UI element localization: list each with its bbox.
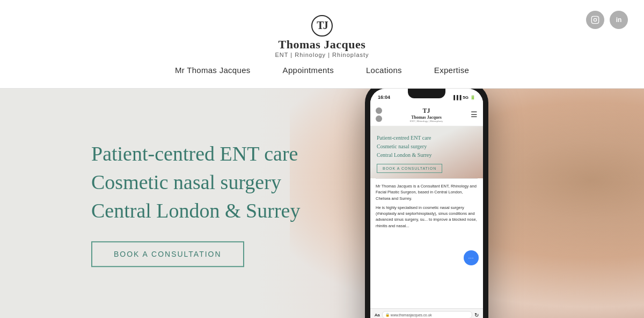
nav-locations[interactable]: Locations xyxy=(366,66,402,75)
hero-line-1: Patient-centred ENT care xyxy=(91,140,300,168)
svg-point-2 xyxy=(597,18,597,18)
site-header: in TJ Thomas Jacques ENT | Rhinology | R… xyxy=(0,0,644,89)
nav-expertise[interactable]: Expertise xyxy=(434,66,469,75)
nav-appointments[interactable]: Appointments xyxy=(283,66,334,75)
hero-line-2: Cosmetic nasal surgery xyxy=(91,168,300,197)
phone-linkedin-icon xyxy=(376,115,382,122)
phone-screen: 16:04 ▐▐▐ 5G 🔋 TJ Thomas Jacques xyxy=(370,89,483,318)
hero-cta-button[interactable]: BOOK A CONSULTATION xyxy=(91,241,244,267)
phone-website-content: TJ Thomas Jacques ENT | Rhinology | Rhin… xyxy=(370,104,483,308)
main-nav: Mr Thomas Jacques Appointments Locations… xyxy=(175,66,469,75)
phone-site-header: TJ Thomas Jacques ENT | Rhinology | Rhin… xyxy=(370,104,483,126)
social-icons: in xyxy=(586,11,628,29)
nav-mr-thomas-jacques[interactable]: Mr Thomas Jacques xyxy=(175,66,251,75)
logo-name: Thomas Jacques xyxy=(279,38,366,52)
instagram-icon[interactable] xyxy=(586,11,604,29)
phone-bio-para1: Mr Thomas Jacques is a Consultant ENT, R… xyxy=(376,183,478,201)
phone-text-size-icon[interactable]: Aa xyxy=(375,313,380,317)
phone-cta-button[interactable]: BOOK A CONSULTATION xyxy=(377,164,442,173)
linkedin-icon[interactable]: in xyxy=(610,11,628,29)
phone-logo: TJ Thomas Jacques ENT | Rhinology | Rhin… xyxy=(410,107,443,122)
phone-signal: ▐▐▐ 5G 🔋 xyxy=(452,95,475,100)
phone-browser-bar: Aa 🔒 www.thomasjacques.co.uk ↻ xyxy=(370,308,483,318)
phone-hamburger-icon[interactable]: ☰ xyxy=(471,110,478,119)
phone-instagram-icon xyxy=(376,107,382,114)
phone-body: Mr Thomas Jacques is a Consultant ENT, R… xyxy=(370,179,483,236)
phone-hero: Patient-centred ENT care Cosmetic nasal … xyxy=(370,126,483,178)
hero-content: Patient-centred ENT care Cosmetic nasal … xyxy=(91,140,300,268)
phone-mockup: 16:04 ▐▐▐ 5G 🔋 TJ Thomas Jacques xyxy=(365,89,488,318)
phone-reload-icon[interactable]: ↻ xyxy=(474,312,479,318)
logo-subtitle: ENT | Rhinology | Rhinoplasty xyxy=(275,52,369,58)
hero-line-3: Central London & Surrey xyxy=(91,197,300,225)
phone-chat-icon: ··· xyxy=(469,255,474,261)
phone-hero-text: Patient-centred ENT care Cosmetic nasal … xyxy=(377,134,477,160)
svg-point-1 xyxy=(594,18,596,21)
phone-url-bar[interactable]: 🔒 www.thomasjacques.co.uk xyxy=(382,311,472,318)
phone-bio-para2: He is highly specialised in cosmetic nas… xyxy=(376,205,478,229)
phone-social-icons xyxy=(376,107,382,122)
phone-time: 16:04 xyxy=(378,95,390,100)
hero-section: Patient-centred ENT care Cosmetic nasal … xyxy=(0,89,644,318)
svg-rect-0 xyxy=(591,16,598,23)
phone-notch xyxy=(408,89,445,98)
phone-chat-bubble[interactable]: ··· xyxy=(464,250,479,265)
site-logo: TJ xyxy=(310,14,334,38)
